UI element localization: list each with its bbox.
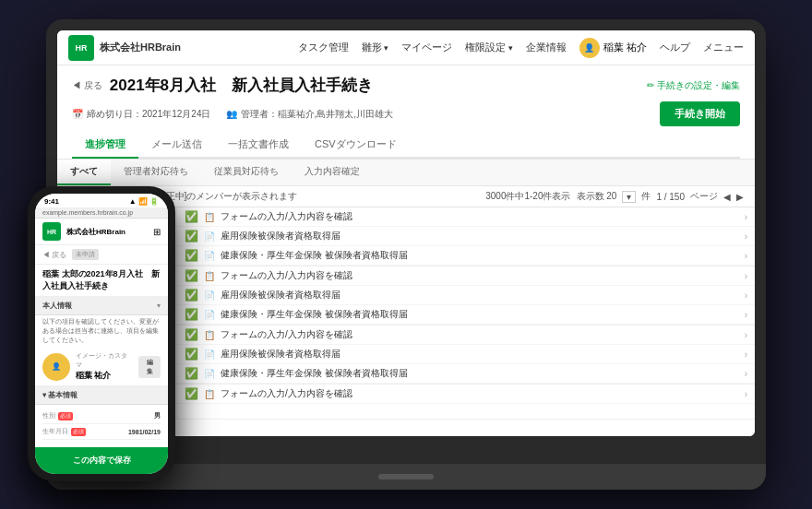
per-page-label: 表示数 20 bbox=[577, 190, 617, 203]
nav-links: タスク管理 雛形 マイページ 権限設定 企業情報 👤 稲葉 祐介 ヘルプ メニュ… bbox=[298, 38, 744, 58]
check-icon: ✅ bbox=[185, 289, 198, 302]
task-list: ✅ 📋 フォームの入力/入力内容を確認 › bbox=[177, 385, 755, 419]
form-icon: 📋 bbox=[204, 212, 215, 222]
task-item[interactable]: ✅ 📄 健康保険・厚生年金保険 被保険者資格取得届 › bbox=[177, 364, 755, 384]
tab-docs[interactable]: 一括文書作成 bbox=[215, 132, 302, 159]
page-info: 1 / 150 bbox=[656, 192, 685, 202]
phone-info-row: 性別 必須 男 bbox=[42, 408, 161, 424]
tab-progress[interactable]: 進捗管理 bbox=[72, 132, 138, 159]
laptop-notch bbox=[378, 474, 434, 479]
task-list: ✅ 📋 フォームの入力/入力内容を確認 › ✅ 📄 雇用保険被保険者資格取得届 … bbox=[177, 207, 755, 266]
check-icon: ✅ bbox=[185, 308, 198, 321]
check-icon: ✅ bbox=[185, 269, 198, 282]
phone-field-value: 1981/02/19 bbox=[128, 429, 161, 435]
check-icon: ✅ bbox=[185, 367, 198, 380]
nav-template[interactable]: 雛形 bbox=[362, 41, 389, 54]
per-page-select[interactable]: ▾ bbox=[622, 191, 636, 203]
start-button[interactable]: 手続き開始 bbox=[660, 101, 740, 126]
tabs-row: 進捗管理 メール送信 一括文書作成 CSVダウンロード bbox=[72, 132, 740, 159]
chevron-right-icon: › bbox=[745, 389, 747, 399]
doc-icon: 📄 bbox=[204, 349, 215, 360]
pagination-info: 3000件中1-20件表示 表示数 20 ▾ 件 1 / 150 ページ ◀ ▶ bbox=[485, 190, 744, 203]
phone-edit-btn[interactable]: 編集 bbox=[138, 356, 161, 378]
task-item[interactable]: ✅ 📋 フォームの入力/入力内容を確認 › bbox=[177, 326, 755, 345]
check-icon: ✅ bbox=[185, 328, 198, 341]
chevron-right-icon: › bbox=[745, 369, 747, 379]
task-item[interactable]: ✅ 📄 雇用保険被保険者資格取得届 › bbox=[177, 227, 755, 246]
company-name: 株式会社HRBrain bbox=[100, 41, 181, 54]
phone-status-tag: 未申請 bbox=[72, 249, 99, 260]
phone-status-bar: 9:41 ▲ 📶 🔋 bbox=[35, 194, 168, 207]
page-title: 2021年8月入社 新入社員入社手続き bbox=[110, 75, 373, 96]
check-icon: ✅ bbox=[185, 249, 198, 262]
page-unit: ページ bbox=[690, 190, 718, 203]
phone-screen: 9:41 ▲ 📶 🔋 example.members.hrbrain.co.jp… bbox=[35, 194, 168, 474]
task-label: 雇用保険被保険者資格取得届 bbox=[221, 348, 340, 361]
per-page-unit: 件 bbox=[641, 190, 651, 203]
task-item[interactable]: ✅ 📋 フォームの入力/入力内容を確認 › bbox=[177, 385, 755, 404]
phone-section-title: 本人情報 bbox=[42, 301, 72, 311]
phone-info-grid: 性別 必須 男 生年月日 必須 1981/02/19 bbox=[35, 405, 168, 444]
tab-mail[interactable]: メール送信 bbox=[138, 132, 215, 159]
nav-task[interactable]: タスク管理 bbox=[298, 41, 349, 54]
chevron-right-icon: › bbox=[745, 349, 747, 360]
nav-help[interactable]: ヘルプ bbox=[660, 41, 690, 54]
phone-back-btn[interactable]: ◀ 戻る bbox=[42, 250, 66, 260]
task-item[interactable]: ✅ 📄 雇用保険被保険者資格取得届 › bbox=[177, 345, 755, 364]
user-avatar-area: 👤 稲葉 祐介 bbox=[579, 38, 647, 58]
doc-icon: 📄 bbox=[204, 310, 215, 320]
nav-mypage[interactable]: マイページ bbox=[401, 41, 452, 54]
phone-avatar-name: 稲葉 祐介 bbox=[76, 370, 133, 382]
chevron-right-icon: › bbox=[745, 251, 747, 261]
phone-content: ◀ 戻る 未申請 稲葉 太郎の2021年8月入社 新入社員入社手続き 本人情報 … bbox=[35, 245, 168, 447]
phone: 9:41 ▲ 📶 🔋 example.members.hrbrain.co.jp… bbox=[28, 186, 175, 481]
edit-link[interactable]: ✏ 手続きの設定・編集 bbox=[647, 79, 740, 92]
user-name: 稲葉 祐介 bbox=[603, 41, 647, 54]
task-label: フォームの入力/入力内容を確認 bbox=[221, 269, 352, 282]
task-label: フォームの入力/入力内容を確認 bbox=[221, 328, 352, 341]
user-avatar: 👤 bbox=[579, 38, 600, 58]
task-list: ✅ 📋 フォームの入力/入力内容を確認 › ✅ 📄 雇用保険被保険者資格取得届 … bbox=[177, 266, 755, 325]
phone-section-chevron: ▾ bbox=[157, 302, 161, 310]
task-item[interactable]: ✅ 📋 フォームの入力/入力内容を確認 › bbox=[177, 207, 755, 227]
check-icon: ✅ bbox=[185, 348, 198, 361]
phone-avatar-info: イメージ・カスタマ 稲葉 祐介 bbox=[76, 351, 133, 382]
phone-save-button[interactable]: この内容で保存 bbox=[35, 447, 168, 474]
phone-basic-info-title: ▾ 基本情報 bbox=[42, 390, 78, 400]
hr-logo-icon: HR bbox=[68, 35, 94, 61]
nav-company[interactable]: 企業情報 bbox=[526, 41, 567, 54]
admin-icon: 👥 bbox=[226, 109, 237, 119]
phone-nav: HR 株式会社HRBrain ⊞ bbox=[35, 219, 168, 245]
task-label: 健康保険・厚生年金保険 被保険者資格取得届 bbox=[221, 249, 408, 262]
phone-info-row: 生年月日 必須 1981/02/19 bbox=[42, 424, 161, 440]
task-label: 健康保険・厚生年金保険 被保険者資格取得届 bbox=[221, 308, 408, 321]
admin-text: 管理者：稲葉祐介,島井翔太,川田雄大 bbox=[241, 108, 394, 121]
deadline-text: 締め切り日：2021年12月24日 bbox=[87, 108, 211, 121]
task-item[interactable]: ✅ 📄 雇用保険被保険者資格取得届 › bbox=[177, 286, 755, 305]
task-label: フォームの入力/入力内容を確認 bbox=[221, 210, 352, 223]
phone-basic-info-header: ▾ 基本情報 bbox=[35, 386, 168, 405]
task-item[interactable]: ✅ 📄 健康保険・厚生年金保険 被保険者資格取得届 › bbox=[177, 305, 755, 325]
sub-tab-admin[interactable]: 管理者対応待ち bbox=[111, 160, 201, 185]
breadcrumb-row: ◀ 戻る 2021年8月入社 新入社員入社手続き ✏ 手続きの設定・編集 bbox=[72, 75, 740, 96]
task-item[interactable]: ✅ 📄 健康保険・厚生年金保険 被保険者資格取得届 › bbox=[177, 246, 755, 266]
form-icon: 📋 bbox=[204, 389, 215, 399]
sub-tab-confirmed[interactable]: 入力内容確定 bbox=[292, 160, 373, 185]
chevron-down-icon: ▾ bbox=[42, 391, 46, 399]
sub-tab-employee[interactable]: 従業員対応待ち bbox=[201, 160, 292, 185]
tab-csv[interactable]: CSVダウンロード bbox=[302, 132, 410, 159]
task-label: 雇用保険被保険者資格取得届 bbox=[221, 230, 340, 243]
prev-page-btn[interactable]: ◀ bbox=[723, 192, 731, 202]
required-badge: 必須 bbox=[71, 428, 86, 436]
task-item[interactable]: ✅ 📋 フォームの入力/入力内容を確認 › bbox=[177, 266, 755, 286]
phone-grid-icon[interactable]: ⊞ bbox=[153, 227, 161, 237]
nav-menu[interactable]: メニュー bbox=[703, 41, 744, 54]
nav-permissions[interactable]: 権限設定 bbox=[465, 41, 513, 54]
task-list: ✅ 📋 フォームの入力/入力内容を確認 › ✅ 📄 雇用保険被保険者資格取得届 … bbox=[177, 326, 755, 384]
sub-tab-all[interactable]: すべて bbox=[57, 160, 111, 185]
required-badge: 必須 bbox=[58, 412, 73, 420]
task-label: フォームの入力/入力内容を確認 bbox=[221, 387, 352, 400]
phone-logo-icon: HR bbox=[42, 222, 61, 241]
next-page-btn[interactable]: ▶ bbox=[736, 192, 744, 202]
breadcrumb[interactable]: ◀ 戻る bbox=[72, 79, 102, 92]
